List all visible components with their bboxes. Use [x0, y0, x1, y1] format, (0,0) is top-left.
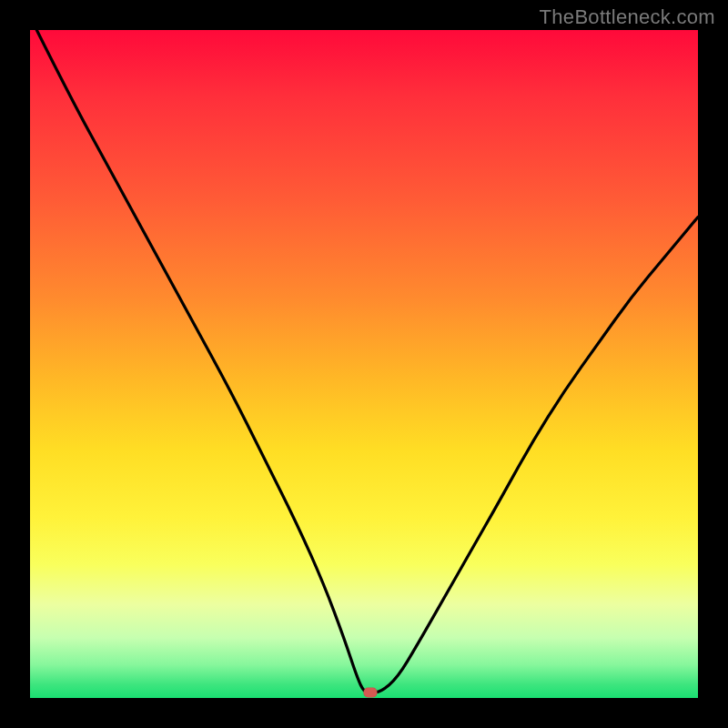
chart-frame: TheBottleneck.com: [0, 0, 728, 728]
bottleneck-curve: [30, 30, 698, 698]
min-marker: [364, 688, 378, 698]
watermark-text: TheBottleneck.com: [540, 5, 715, 29]
plot-area: [30, 30, 698, 698]
